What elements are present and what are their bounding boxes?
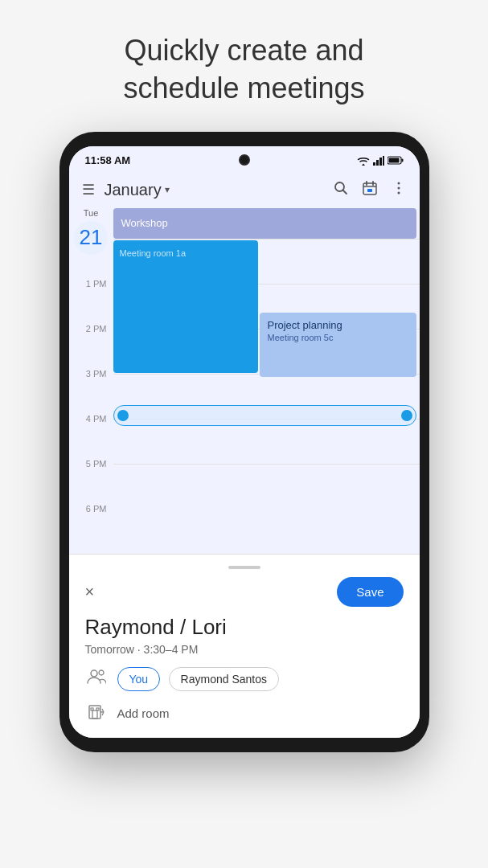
time-line <box>113 239 420 240</box>
drag-indicator <box>228 566 260 569</box>
time-slot-4pm: 4 PM <box>69 419 113 464</box>
day-number: 21 <box>74 221 108 255</box>
time-slot-1pm: 1 PM <box>69 284 113 329</box>
day-column: Tue 21 1 PM 2 PM 3 PM 4 PM <box>69 208 113 554</box>
room-icon <box>85 702 108 725</box>
day-abbr: Tue <box>74 208 108 218</box>
month-title: January ▾ <box>105 181 170 199</box>
event-project-planning[interactable]: Project planning Meeting room 5c <box>260 313 416 377</box>
time-selection-bar[interactable] <box>113 405 416 426</box>
events-column: Workshop Meeting room 1a Project plannin… <box>113 208 420 554</box>
svg-rect-5 <box>401 159 403 162</box>
event-meeting-room-label: Meeting room 1a <box>120 248 187 258</box>
headline: Quickly create andschedule meetings <box>75 0 412 132</box>
status-icons <box>357 156 404 166</box>
svg-rect-22 <box>96 708 99 710</box>
time-slot-2pm: 2 PM <box>69 329 113 374</box>
camera-icon <box>239 154 250 166</box>
chip-you[interactable]: You <box>117 667 161 691</box>
battery-icon <box>388 156 404 165</box>
event-workshop-label: Workshop <box>121 217 168 229</box>
add-room-label[interactable]: Add room <box>117 706 170 720</box>
save-button[interactable]: Save <box>337 577 403 607</box>
event-time: Tomorrow · 3:30–4 PM <box>85 643 404 656</box>
cal-header-right <box>333 180 407 200</box>
time-slot-6pm: 6 PM <box>69 509 113 554</box>
svg-rect-3 <box>383 156 384 166</box>
svg-line-8 <box>342 190 347 194</box>
event-title: Raymond / Lori <box>85 615 404 640</box>
svg-point-16 <box>397 191 400 194</box>
wifi-icon <box>357 156 370 166</box>
svg-point-15 <box>397 186 400 189</box>
bottom-panel: × Save Raymond / Lori Tomorrow · 3:30–4 … <box>69 554 420 738</box>
search-icon[interactable] <box>333 180 349 200</box>
chips-container: You Raymond Santos <box>117 667 284 691</box>
svg-rect-20 <box>92 710 97 719</box>
svg-rect-13 <box>367 189 372 192</box>
time-slots: 1 PM 2 PM 3 PM 4 PM 5 PM 6 PM <box>69 284 113 554</box>
day-label: Tue 21 <box>74 208 108 258</box>
svg-rect-0 <box>373 162 375 166</box>
signal-icon <box>373 156 384 166</box>
chip-raymond[interactable]: Raymond Santos <box>169 667 279 691</box>
event-project-title: Project planning <box>268 319 408 331</box>
event-meeting-room[interactable]: Meeting room 1a <box>113 240 258 373</box>
svg-point-14 <box>397 182 400 184</box>
calendar-today-icon[interactable] <box>362 180 378 200</box>
time-dot-start[interactable] <box>117 410 129 421</box>
room-row: Add room <box>85 702 404 725</box>
event-workshop[interactable]: Workshop <box>113 208 416 239</box>
event-project-room: Meeting room 5c <box>268 333 408 342</box>
chevron-down-icon: ▾ <box>165 184 170 195</box>
phone-frame: 11:58 AM <box>59 132 429 752</box>
svg-rect-21 <box>91 708 93 710</box>
more-options-icon[interactable] <box>391 180 407 200</box>
svg-rect-2 <box>379 158 382 166</box>
people-icon <box>85 669 108 690</box>
time-dot-end[interactable] <box>401 410 412 421</box>
time-slot-3pm: 3 PM <box>69 374 113 419</box>
calendar-body: Tue 21 1 PM 2 PM 3 PM 4 PM <box>69 208 420 554</box>
time-slot-5pm: 5 PM <box>69 464 113 509</box>
bottom-panel-header: × Save <box>85 577 404 607</box>
calendar-header: ☰ January ▾ <box>69 172 420 208</box>
svg-point-17 <box>91 670 97 677</box>
cal-header-left: ☰ January ▾ <box>82 181 170 199</box>
svg-rect-1 <box>376 160 379 166</box>
svg-point-18 <box>99 670 104 675</box>
menu-icon[interactable]: ☰ <box>82 181 95 199</box>
attendees-row: You Raymond Santos <box>85 667 404 691</box>
status-time: 11:58 AM <box>85 154 131 166</box>
svg-rect-6 <box>388 158 399 163</box>
phone-screen: 11:58 AM <box>69 146 420 738</box>
time-line <box>113 464 420 465</box>
close-button[interactable]: × <box>85 583 95 600</box>
